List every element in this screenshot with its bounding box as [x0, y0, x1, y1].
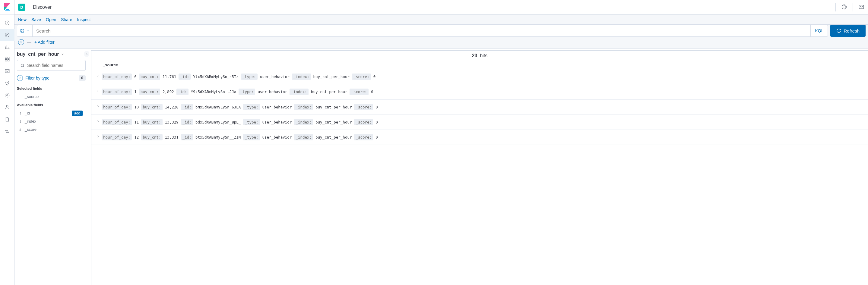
doc-field-value: user_behavior: [262, 119, 292, 125]
doc-field-value: 11: [134, 119, 139, 125]
doc-field-value: 10: [134, 104, 139, 110]
available-field-item[interactable]: t_index: [17, 117, 88, 125]
doc-field-value: Ytx5dXABmMyLySn_s5Iz: [193, 73, 239, 80]
add-field-button[interactable]: add: [72, 111, 83, 116]
kql-toggle[interactable]: KQL: [810, 25, 828, 36]
field-name-label: _id: [25, 111, 30, 115]
open-link[interactable]: Open: [46, 17, 56, 22]
hits-header: 23 hits: [91, 50, 868, 61]
doc-field-key: _score:: [352, 73, 371, 80]
available-field-item[interactable]: #_score: [17, 125, 88, 134]
doc-field-key: _index:: [292, 73, 311, 80]
doc-field-key: hour_of_day:: [102, 73, 132, 80]
doc-field-key: _id:: [181, 119, 193, 125]
doc-field-value: user_behavior: [262, 134, 292, 140]
table-row: hour_of_day:11buy_cnt:13,329_id:bdx5dXAB…: [91, 115, 868, 130]
saved-query-button[interactable]: [17, 25, 33, 36]
svg-rect-12: [6, 132, 9, 133]
expand-row-icon[interactable]: [94, 104, 102, 110]
doc-field-key: _score:: [354, 119, 373, 125]
doc-field-key: buy_cnt:: [141, 119, 162, 125]
table-row: hour_of_day:12buy_cnt:13,331_id:btx5dXAB…: [91, 130, 868, 145]
doc-field-key: _score:: [354, 104, 373, 110]
nav-rail: [0, 0, 14, 285]
add-filter-link[interactable]: + Add filter: [34, 40, 55, 45]
expand-row-icon[interactable]: [94, 88, 102, 95]
filter-by-type-label: Filter by type: [25, 76, 50, 80]
svg-point-14: [843, 5, 845, 8]
expand-row-icon[interactable]: [94, 73, 102, 80]
svg-rect-5: [7, 60, 9, 61]
results-panel: 23 hits _source hour_of_day:0buy_cnt:11,…: [91, 50, 868, 285]
doc-field-key: _type:: [239, 88, 255, 95]
doc-field-value: 13,329: [165, 119, 179, 125]
nav-dashboard-icon[interactable]: [0, 53, 14, 65]
expand-row-icon[interactable]: [94, 134, 102, 140]
table-row: hour_of_day:10buy_cnt:14,228_id:bNx5dXAB…: [91, 100, 868, 115]
svg-point-10: [6, 105, 8, 107]
selected-field-item[interactable]: _source: [17, 93, 88, 101]
doc-field-key: buy_cnt:: [139, 88, 160, 95]
nav-infrastructure-icon[interactable]: [0, 101, 14, 113]
nav-recent-icon[interactable]: [0, 17, 14, 29]
svg-point-8: [5, 93, 9, 97]
filter-settings-icon[interactable]: [18, 39, 24, 45]
doc-field-key: _type:: [243, 104, 260, 110]
save-link[interactable]: Save: [31, 17, 41, 22]
doc-field-key: _type:: [241, 73, 257, 80]
feedback-icon[interactable]: [858, 4, 864, 11]
expand-row-icon[interactable]: [94, 119, 102, 125]
filter-bar: — + Add filter: [14, 39, 868, 48]
svg-rect-15: [859, 5, 864, 9]
doc-field-key: buy_cnt:: [141, 104, 162, 110]
nav-ml-icon[interactable]: [0, 89, 14, 101]
doc-field-value: user_behavior: [262, 104, 292, 110]
nav-timelion-icon[interactable]: [0, 65, 14, 77]
svg-point-9: [6, 95, 8, 96]
nav-logs-icon[interactable]: [0, 113, 14, 125]
svg-rect-2: [5, 57, 7, 59]
share-link[interactable]: Share: [61, 17, 72, 22]
svg-rect-11: [5, 131, 7, 131]
doc-field-value: 0: [375, 104, 378, 110]
search-input[interactable]: [33, 25, 810, 36]
doc-field-value: 14,228: [165, 104, 179, 110]
new-link[interactable]: New: [18, 17, 27, 22]
app-icon: D: [18, 4, 25, 11]
kibana-logo[interactable]: [0, 0, 14, 14]
doc-field-value: Y9x5dXABmMyLySn_tJJa: [191, 88, 237, 95]
action-bar: New Save Open Share Inspect: [14, 15, 868, 25]
doc-field-key: hour_of_day:: [102, 104, 132, 110]
doc-field-value: bdx5dXABmMyLySn_8pL_: [195, 119, 241, 125]
table-row: hour_of_day:1buy_cnt:2,892_id:Y9x5dXABmM…: [91, 84, 868, 99]
doc-field-value: 2,892: [162, 88, 174, 95]
doc-field-key: buy_cnt:: [139, 73, 160, 80]
inspect-link[interactable]: Inspect: [77, 17, 91, 22]
filter-by-type[interactable]: Filter by type 0: [17, 74, 88, 84]
refresh-button[interactable]: Refresh: [830, 25, 866, 37]
page-title: Discover: [33, 4, 835, 10]
filter-by-type-count: 0: [79, 75, 86, 81]
svg-rect-6: [5, 70, 9, 73]
doc-field-key: _score:: [354, 134, 373, 140]
svg-point-16: [21, 64, 24, 67]
doc-field-value: 13,331: [165, 134, 179, 140]
collapse-sidebar-icon[interactable]: [84, 51, 89, 57]
doc-field-value: bNx5dXABmMyLySn_6JLA: [195, 104, 241, 110]
doc-field-value: 11,761: [162, 73, 176, 80]
nav-visualize-icon[interactable]: [0, 41, 14, 53]
field-search-input[interactable]: [27, 63, 82, 68]
table-row: hour_of_day:0buy_cnt:11,761_id:Ytx5dXABm…: [91, 69, 868, 84]
nav-maps-icon[interactable]: [0, 77, 14, 89]
available-field-item[interactable]: t_idadd: [17, 109, 88, 117]
field-search[interactable]: [17, 60, 86, 71]
index-pattern-select[interactable]: buy_cnt_per_hour: [17, 48, 88, 60]
nav-apm-icon[interactable]: [0, 125, 14, 137]
doc-field-key: _type:: [243, 119, 260, 125]
refresh-button-label: Refresh: [843, 28, 860, 33]
doc-field-value: buy_cnt_per_hour: [315, 104, 352, 110]
nav-discover-icon[interactable]: [0, 29, 14, 41]
table-header: _source: [91, 61, 868, 69]
help-icon[interactable]: [841, 4, 847, 11]
svg-rect-3: [7, 57, 9, 59]
